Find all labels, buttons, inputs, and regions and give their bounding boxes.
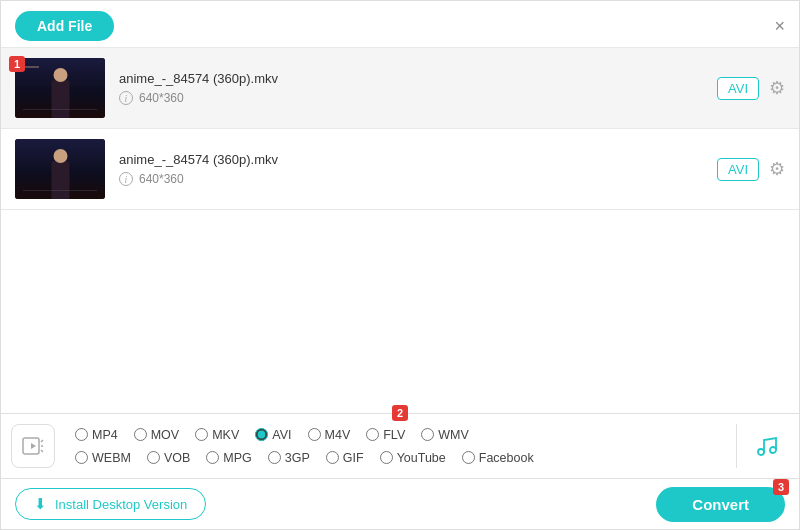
music-icon-box[interactable] bbox=[745, 424, 789, 468]
radio-3gp[interactable] bbox=[268, 451, 281, 464]
radio-mkv[interactable] bbox=[195, 428, 208, 441]
svg-point-6 bbox=[770, 447, 776, 453]
info-icon-2[interactable]: i bbox=[119, 172, 133, 186]
format-option-vob[interactable]: VOB bbox=[139, 448, 198, 468]
thumbnail-2 bbox=[15, 139, 105, 199]
radio-wmv[interactable] bbox=[421, 428, 434, 441]
file-name-2: anime_-_84574 (360p).mkv bbox=[119, 152, 717, 167]
file-item-1: 1 anime_-_84574 (360p).mkv i 640*360 AVI… bbox=[1, 48, 799, 129]
file-resolution-1: 640*360 bbox=[139, 91, 184, 105]
radio-gif[interactable] bbox=[326, 451, 339, 464]
convert-button[interactable]: Convert 3 bbox=[656, 487, 785, 522]
format-divider bbox=[736, 424, 737, 468]
radio-facebook[interactable] bbox=[462, 451, 475, 464]
format-row-1: MP4 MOV MKV AVI M4V FLV WMV bbox=[67, 425, 728, 445]
gear-button-1[interactable]: ⚙ bbox=[769, 77, 785, 99]
gear-button-2[interactable]: ⚙ bbox=[769, 158, 785, 180]
radio-vob[interactable] bbox=[147, 451, 160, 464]
format-option-mkv[interactable]: MKV bbox=[187, 425, 247, 445]
format-option-3gp[interactable]: 3GP bbox=[260, 448, 318, 468]
file-meta-2: i 640*360 bbox=[119, 172, 717, 186]
header: Add File × bbox=[1, 1, 799, 47]
format-option-mpg[interactable]: MPG bbox=[198, 448, 259, 468]
format-badge-1[interactable]: AVI bbox=[717, 77, 759, 100]
format-bar-badge: 2 bbox=[392, 405, 408, 421]
close-button[interactable]: × bbox=[774, 17, 785, 35]
install-button[interactable]: ⬇ Install Desktop Version bbox=[15, 488, 206, 520]
download-icon: ⬇ bbox=[34, 495, 47, 513]
file-resolution-2: 640*360 bbox=[139, 172, 184, 186]
format-bar: 2 MP4 MOV MKV AVI M4V FLV WMV WEBM VOB M… bbox=[1, 413, 799, 479]
format-option-avi[interactable]: AVI bbox=[247, 425, 299, 445]
radio-youtube[interactable] bbox=[380, 451, 393, 464]
svg-point-5 bbox=[758, 449, 764, 455]
convert-label: Convert bbox=[692, 496, 749, 513]
radio-flv[interactable] bbox=[366, 428, 379, 441]
format-option-mp4[interactable]: MP4 bbox=[67, 425, 126, 445]
file-actions-1: AVI ⚙ bbox=[717, 77, 785, 100]
radio-mp4[interactable] bbox=[75, 428, 88, 441]
radio-avi[interactable] bbox=[255, 428, 268, 441]
file-info-1: anime_-_84574 (360p).mkv i 640*360 bbox=[119, 71, 717, 105]
format-option-mov[interactable]: MOV bbox=[126, 425, 187, 445]
format-option-facebook[interactable]: Facebook bbox=[454, 448, 542, 468]
svg-marker-1 bbox=[31, 443, 36, 449]
format-option-flv[interactable]: FLV bbox=[358, 425, 413, 445]
file-info-2: anime_-_84574 (360p).mkv i 640*360 bbox=[119, 152, 717, 186]
radio-m4v[interactable] bbox=[308, 428, 321, 441]
format-options: MP4 MOV MKV AVI M4V FLV WMV WEBM VOB MPG… bbox=[67, 425, 728, 468]
format-option-m4v[interactable]: M4V bbox=[300, 425, 359, 445]
file-name-1: anime_-_84574 (360p).mkv bbox=[119, 71, 717, 86]
format-option-gif[interactable]: GIF bbox=[318, 448, 372, 468]
convert-badge: 3 bbox=[773, 479, 789, 495]
file-badge-1: 1 bbox=[9, 56, 25, 72]
add-file-button[interactable]: Add File bbox=[15, 11, 114, 41]
format-row-2: WEBM VOB MPG 3GP GIF YouTube Facebook bbox=[67, 448, 728, 468]
radio-webm[interactable] bbox=[75, 451, 88, 464]
format-option-youtube[interactable]: YouTube bbox=[372, 448, 454, 468]
svg-line-2 bbox=[41, 440, 43, 442]
format-option-wmv[interactable]: WMV bbox=[413, 425, 477, 445]
install-label: Install Desktop Version bbox=[55, 497, 187, 512]
file-actions-2: AVI ⚙ bbox=[717, 158, 785, 181]
file-meta-1: i 640*360 bbox=[119, 91, 717, 105]
thumbnail-1 bbox=[15, 58, 105, 118]
file-item-2: anime_-_84574 (360p).mkv i 640*360 AVI ⚙ bbox=[1, 129, 799, 210]
format-option-webm[interactable]: WEBM bbox=[67, 448, 139, 468]
footer-bar: ⬇ Install Desktop Version Convert 3 bbox=[1, 479, 799, 529]
format-badge-2[interactable]: AVI bbox=[717, 158, 759, 181]
file-list: 1 anime_-_84574 (360p).mkv i 640*360 AVI… bbox=[1, 47, 799, 210]
info-icon-1[interactable]: i bbox=[119, 91, 133, 105]
radio-mpg[interactable] bbox=[206, 451, 219, 464]
radio-mov[interactable] bbox=[134, 428, 147, 441]
svg-line-4 bbox=[41, 450, 43, 452]
video-format-icon[interactable] bbox=[11, 424, 55, 468]
